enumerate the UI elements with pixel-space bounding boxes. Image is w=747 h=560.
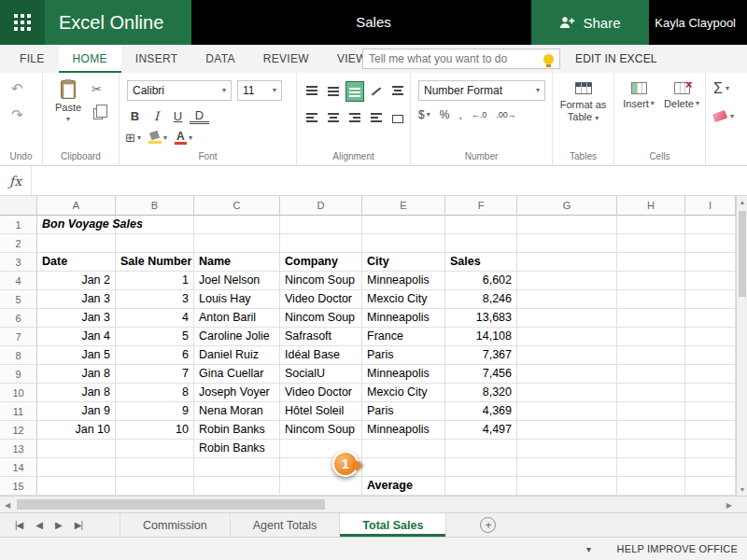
align-left-button[interactable] xyxy=(303,108,321,129)
cell-i8[interactable] xyxy=(685,346,736,365)
cell-i7[interactable] xyxy=(685,328,736,346)
cell-c10[interactable]: Joseph Voyer xyxy=(194,384,280,402)
cell-f9[interactable]: 7,456 xyxy=(445,365,517,384)
clear-button[interactable]: ▾ xyxy=(713,112,734,120)
cell-h14[interactable] xyxy=(617,458,685,477)
cell-f3[interactable]: Sales xyxy=(445,253,517,272)
cell-i4[interactable] xyxy=(685,272,736,290)
cell-c13[interactable]: Robin Banks xyxy=(194,440,280,458)
tell-me-input[interactable] xyxy=(363,52,543,65)
cut-icon[interactable]: ✂ xyxy=(92,82,102,96)
row-header-13[interactable]: 13 xyxy=(0,440,37,458)
cell-g5[interactable] xyxy=(517,290,617,309)
cell-i13[interactable] xyxy=(685,440,736,458)
row-header-1[interactable]: 1 xyxy=(0,216,37,234)
delete-cells-button[interactable]: × Delete ▾ xyxy=(661,82,702,109)
row-header-12[interactable]: 12 xyxy=(0,421,37,440)
select-all-corner[interactable] xyxy=(0,196,37,216)
scroll-up-icon[interactable]: ▲ xyxy=(737,199,747,205)
sheet-nav-first-icon[interactable]: |◀ xyxy=(15,520,22,530)
cell-e9[interactable]: Minneapolis xyxy=(362,365,445,384)
cell-g7[interactable] xyxy=(517,328,617,346)
row-header-9[interactable]: 9 xyxy=(0,365,37,384)
borders-button[interactable]: ⊞ ▾ xyxy=(125,131,141,145)
cell-g10[interactable] xyxy=(517,384,617,402)
copy-icon[interactable] xyxy=(93,108,103,119)
fx-icon[interactable]: ƒx xyxy=(0,166,32,195)
cell-c2[interactable] xyxy=(194,234,280,253)
cell-e5[interactable]: Mexcio City xyxy=(362,290,445,309)
number-format-select[interactable]: Number Format ▾ xyxy=(418,80,545,101)
cell-g13[interactable] xyxy=(517,440,617,458)
cell-c11[interactable]: Nena Moran xyxy=(194,402,280,421)
column-header-e[interactable]: E xyxy=(362,196,445,216)
vertical-scrollbar[interactable]: ▲ ▼ xyxy=(736,196,747,496)
cell-d12[interactable]: Nincom Soup xyxy=(280,421,362,440)
cell-e2[interactable] xyxy=(362,234,445,253)
cell-c8[interactable]: Daniel Ruiz xyxy=(194,346,280,365)
cell-b14[interactable] xyxy=(116,458,194,477)
cell-g8[interactable] xyxy=(517,346,617,365)
cell-i1[interactable] xyxy=(685,216,736,234)
cell-g3[interactable] xyxy=(517,253,617,272)
row-header-2[interactable]: 2 xyxy=(0,234,37,253)
cell-a7[interactable]: Jan 4 xyxy=(37,328,116,346)
cell-d2[interactable] xyxy=(280,234,362,253)
cell-f5[interactable]: 8,246 xyxy=(445,290,517,309)
column-header-g[interactable]: G xyxy=(517,196,617,216)
cell-h2[interactable] xyxy=(617,234,685,253)
cell-g12[interactable] xyxy=(517,421,617,440)
column-header-d[interactable]: D xyxy=(280,196,362,216)
row-header-8[interactable]: 8 xyxy=(0,346,37,365)
vertical-scroll-thumb[interactable] xyxy=(739,211,746,297)
cell-d11[interactable]: Hôtel Soleil xyxy=(280,402,362,421)
cell-h4[interactable] xyxy=(617,272,685,290)
cell-b13[interactable] xyxy=(116,440,194,458)
cell-a6[interactable]: Jan 3 xyxy=(37,309,116,328)
cell-g4[interactable] xyxy=(517,272,617,290)
cell-h1[interactable] xyxy=(617,216,685,234)
bold-button[interactable]: B xyxy=(125,106,145,126)
cell-g9[interactable] xyxy=(517,365,617,384)
cell-i2[interactable] xyxy=(685,234,736,253)
ribbon-tab-review[interactable]: REVIEW xyxy=(249,45,323,73)
redo-icon[interactable]: ↷ xyxy=(11,106,23,123)
sheet-nav-last-icon[interactable]: ▶| xyxy=(75,520,82,530)
align-top-button[interactable] xyxy=(303,81,321,102)
cell-c6[interactable]: Anton Baril xyxy=(194,309,280,328)
wrap-text-button[interactable] xyxy=(388,81,407,102)
cell-e7[interactable]: France xyxy=(362,328,445,346)
cell-c1[interactable] xyxy=(194,216,280,234)
cell-c12[interactable]: Robin Banks xyxy=(194,421,280,440)
cell-b10[interactable]: 8 xyxy=(116,384,194,402)
row-header-10[interactable]: 10 xyxy=(0,384,37,402)
cell-b15[interactable] xyxy=(116,477,194,496)
cell-a1[interactable]: Bon Voyage Sales xyxy=(37,216,116,234)
edit-in-excel-button[interactable]: EDIT IN EXCEL xyxy=(575,45,657,73)
cell-g14[interactable] xyxy=(517,458,617,477)
row-header-11[interactable]: 11 xyxy=(0,402,37,421)
cell-c3[interactable]: Name xyxy=(194,253,280,272)
cell-i10[interactable] xyxy=(685,384,736,402)
cell-g6[interactable] xyxy=(517,309,617,328)
format-as-table-button[interactable]: Format as Table ▾ xyxy=(553,99,613,123)
help-improve-office-link[interactable]: HELP IMPROVE OFFICE xyxy=(616,538,738,560)
cell-e1[interactable] xyxy=(362,216,445,234)
sheet-nav-prev-icon[interactable]: ◀ xyxy=(35,520,42,530)
cell-d4[interactable]: Nincom Soup xyxy=(280,272,362,290)
column-header-c[interactable]: C xyxy=(194,196,280,216)
cell-c9[interactable]: Gina Cuellar xyxy=(194,365,280,384)
cell-g11[interactable] xyxy=(517,402,617,421)
status-caret-icon[interactable]: ▾ xyxy=(586,538,591,560)
align-middle-button[interactable] xyxy=(324,81,343,102)
italic-button[interactable]: I xyxy=(147,106,166,126)
cell-e6[interactable]: Minneapolis xyxy=(362,309,445,328)
column-header-f[interactable]: F xyxy=(445,196,517,216)
cell-d1[interactable] xyxy=(280,216,362,234)
sheet-tab-commission[interactable]: Commission xyxy=(120,513,230,537)
ribbon-tab-file[interactable]: FILE xyxy=(6,45,59,73)
sheet-tab-total-sales[interactable]: Total Sales xyxy=(339,513,446,537)
cell-c4[interactable]: Joel Nelson xyxy=(194,272,280,290)
cell-i14[interactable] xyxy=(685,458,736,477)
ribbon-tab-insert[interactable]: INSERT xyxy=(121,45,192,73)
